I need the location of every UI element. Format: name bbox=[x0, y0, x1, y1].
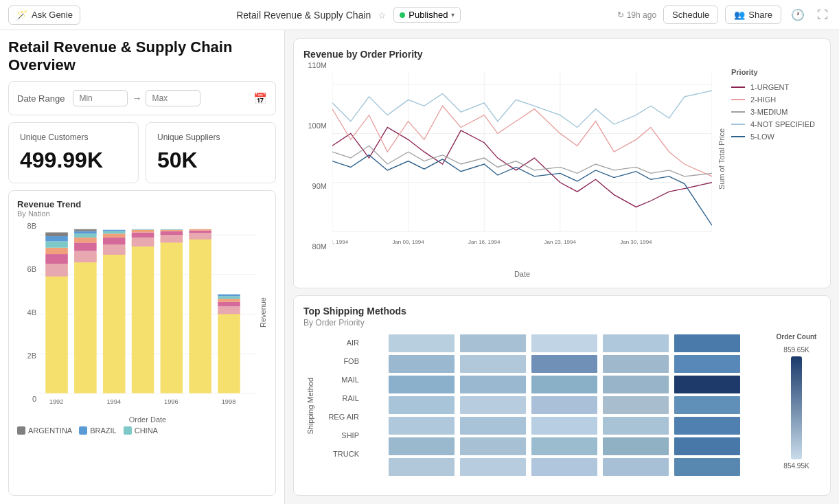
date-min-input[interactable] bbox=[73, 90, 128, 106]
legend-color bbox=[79, 426, 87, 435]
shipping-title: Top Shipping Methods bbox=[303, 306, 820, 317]
legend-label: CHINA bbox=[135, 426, 158, 435]
stats-row: Unique Customers 499.99K Unique Supplier… bbox=[8, 122, 276, 183]
unique-suppliers-card: Unique Suppliers 50K bbox=[146, 122, 276, 183]
svg-rect-72 bbox=[603, 355, 669, 373]
legend-label: 1-URGENT bbox=[750, 83, 789, 91]
legend-item: 2-HIGH bbox=[731, 95, 820, 104]
legend-title: Order Count bbox=[777, 333, 817, 341]
history-icon[interactable]: 🕐 bbox=[788, 5, 807, 24]
heatmap-chart: 1-URGENT 2-HIGH 3-MEDIUM 4-NOT SPECIFIED… bbox=[363, 333, 768, 477]
y-tick: 80M bbox=[312, 242, 327, 251]
svg-rect-66 bbox=[531, 334, 597, 352]
shipping-y-labels: AIR FOB MAIL RAIL REG AIR SHIP TRUCK bbox=[321, 333, 359, 479]
svg-rect-74 bbox=[389, 376, 455, 393]
priority-legend: Priority 1-URGENT 2-HIGH 3-MEDIUM bbox=[731, 61, 820, 278]
svg-rect-41 bbox=[218, 302, 240, 307]
svg-rect-91 bbox=[531, 437, 597, 455]
legend-item: 5-LOW bbox=[731, 133, 820, 141]
nav-right: ↻ 19h ago Schedule 👥 Share 🕐 ⛶ bbox=[617, 5, 831, 24]
heatmap-gradient-bar bbox=[791, 356, 802, 459]
y-label: AIR bbox=[321, 339, 359, 347]
line-y-axis: 110M 100M 90M 80M bbox=[303, 61, 327, 278]
revenue-priority-card: Revenue by Order Priority 110M 100M 90M … bbox=[293, 38, 831, 288]
svg-rect-28 bbox=[132, 230, 154, 233]
svg-rect-32 bbox=[161, 231, 183, 236]
legend-label: BRAZIL bbox=[90, 426, 117, 435]
svg-rect-7 bbox=[45, 254, 68, 264]
legend-label: 2-HIGH bbox=[750, 95, 776, 104]
svg-rect-65 bbox=[460, 334, 526, 352]
legend-label: 5-LOW bbox=[750, 133, 774, 141]
star-icon[interactable]: ☆ bbox=[378, 10, 387, 21]
svg-rect-67 bbox=[603, 334, 669, 352]
svg-rect-71 bbox=[531, 355, 597, 373]
unique-customers-label: Unique Customers bbox=[20, 133, 127, 142]
svg-text:Jan 23, 1994: Jan 23, 1994 bbox=[544, 239, 577, 245]
fullscreen-icon[interactable]: ⛶ bbox=[814, 6, 831, 24]
page-title: Retail Revenue & Supply Chain Overview bbox=[8, 38, 276, 74]
svg-rect-17 bbox=[74, 231, 97, 234]
svg-rect-84 bbox=[389, 417, 455, 435]
nav-title: Retail Revenue & Supply Chain bbox=[236, 10, 371, 21]
date-range-card: Date Range → 📅 bbox=[8, 81, 276, 115]
x-axis-label: Order Date bbox=[39, 415, 256, 424]
svg-rect-11 bbox=[45, 232, 68, 236]
svg-rect-75 bbox=[460, 376, 526, 393]
legend-color bbox=[124, 426, 132, 435]
y-tick: 100M bbox=[308, 122, 327, 130]
published-badge[interactable]: Published ▾ bbox=[393, 7, 461, 23]
svg-rect-83 bbox=[674, 396, 740, 414]
svg-text:Jan 02, 1994: Jan 02, 1994 bbox=[332, 239, 349, 245]
svg-text:Jan 30, 1994: Jan 30, 1994 bbox=[620, 239, 652, 245]
date-max-input[interactable] bbox=[146, 90, 200, 106]
y-tick: 8B bbox=[27, 222, 36, 230]
ask-genie-button[interactable]: 🪄 Ask Genie bbox=[8, 5, 80, 25]
calendar-icon[interactable]: 📅 bbox=[253, 92, 267, 105]
schedule-button[interactable]: Schedule bbox=[663, 5, 718, 24]
legend-title: Priority bbox=[731, 68, 820, 76]
line-x-label: Date bbox=[332, 270, 712, 278]
main-content: Retail Revenue & Supply Chain Overview D… bbox=[0, 30, 839, 504]
svg-rect-94 bbox=[389, 458, 455, 476]
legend-line bbox=[731, 136, 745, 137]
legend-line bbox=[731, 87, 745, 88]
y-label: FOB bbox=[321, 357, 359, 365]
unique-suppliers-label: Unique Suppliers bbox=[157, 133, 264, 142]
refresh-info: ↻ 19h ago bbox=[617, 10, 656, 20]
legend-color bbox=[17, 426, 25, 435]
date-arrow-icon: → bbox=[132, 93, 141, 104]
svg-rect-9 bbox=[45, 241, 68, 247]
svg-rect-13 bbox=[74, 251, 97, 262]
svg-rect-29 bbox=[132, 229, 154, 230]
unique-customers-value: 499.99K bbox=[20, 148, 127, 173]
legend-label: ARGENTINA bbox=[28, 426, 72, 435]
y-tick: 6B bbox=[27, 265, 36, 273]
share-button[interactable]: 👥 Share bbox=[725, 5, 781, 24]
legend-label: 4-NOT SPECIFIED bbox=[750, 120, 815, 128]
legend-item: BRAZIL bbox=[79, 426, 117, 435]
revenue-line-chart: Jan 02, 1994 Jan 09, 1994 Jan 16, 1994 J… bbox=[332, 61, 712, 267]
svg-rect-14 bbox=[74, 242, 97, 251]
y-axis-labels: 8B 6B 4B 2B 0 bbox=[17, 222, 36, 424]
svg-rect-34 bbox=[161, 229, 183, 230]
svg-rect-37 bbox=[189, 231, 211, 233]
svg-rect-64 bbox=[389, 334, 455, 352]
status-dot bbox=[400, 12, 405, 18]
revenue-trend-card: Revenue Trend By Nation 8B 6B 4B 2B 0 bbox=[8, 190, 276, 496]
svg-rect-42 bbox=[218, 299, 240, 302]
legend-item: 3-MEDIUM bbox=[731, 108, 820, 116]
svg-rect-22 bbox=[103, 233, 126, 238]
svg-text:Jan 16, 1994: Jan 16, 1994 bbox=[468, 239, 501, 245]
svg-rect-44 bbox=[218, 295, 240, 297]
legend-line bbox=[731, 99, 745, 100]
svg-rect-39 bbox=[218, 312, 240, 393]
svg-rect-20 bbox=[103, 244, 126, 255]
svg-rect-16 bbox=[74, 233, 97, 238]
svg-text:1992: 1992 bbox=[49, 398, 64, 405]
y-label: TRUCK bbox=[321, 450, 359, 458]
y-tick: 0 bbox=[32, 395, 36, 403]
svg-rect-70 bbox=[460, 355, 526, 373]
svg-rect-68 bbox=[674, 334, 740, 352]
svg-rect-25 bbox=[132, 240, 154, 393]
